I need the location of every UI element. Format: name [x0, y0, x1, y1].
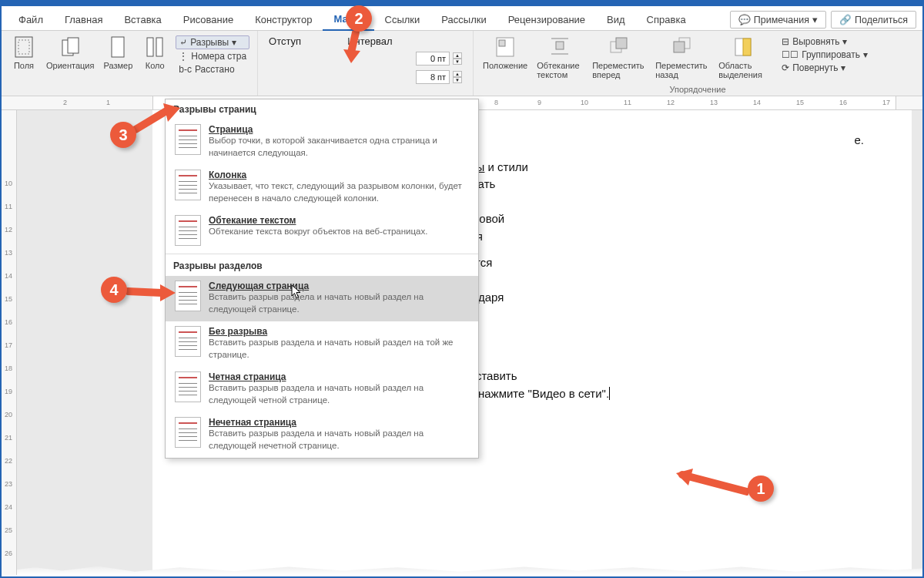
ruler-v-tick: 22: [5, 457, 12, 465]
breaks-button[interactable]: ⤶ Разрывы ▾: [176, 35, 249, 49]
break-text-wrap[interactable]: Обтекание текстомОбтекание текста вокруг…: [166, 210, 478, 252]
doc-text: и стили: [484, 160, 528, 173]
spacing-after-stepper[interactable]: ▲▼: [453, 71, 462, 83]
ruler-h-tick: 1: [106, 99, 110, 106]
ruler-h-tick: 10: [581, 99, 588, 106]
share-icon: 🔗: [839, 14, 852, 25]
svg-rect-1: [18, 40, 29, 54]
comments-label: Примечания: [754, 15, 809, 25]
wrap-text-icon: [549, 35, 571, 59]
align-label: Выровнять: [792, 36, 839, 47]
svg-rect-9: [556, 42, 564, 49]
tab-links[interactable]: Ссылки: [374, 9, 431, 30]
spacing-before-stepper[interactable]: ▲▼: [453, 52, 462, 65]
breaks-icon: ⤶: [179, 37, 187, 48]
chevron-down-icon: ▾: [863, 49, 868, 60]
selection-pane-button[interactable]: Область выделения: [714, 34, 772, 83]
tab-mailings[interactable]: Рассылки: [430, 9, 497, 30]
title-bar: [2, 0, 922, 6]
columns-button[interactable]: Коло: [137, 34, 172, 94]
spacing-before-input[interactable]: 0 пт: [416, 52, 450, 66]
svg-rect-3: [68, 38, 79, 53]
chevron-down-icon: ▾: [232, 37, 236, 48]
orientation-icon: [60, 35, 80, 59]
tab-home[interactable]: Главная: [54, 9, 113, 30]
break-column[interactable]: КолонкаУказывает, что текст, следующий з…: [166, 165, 478, 210]
group-button[interactable]: ☐☐Группировать▾: [778, 49, 871, 61]
position-label: Положение: [483, 61, 527, 70]
break-next-page-title: Следующая страница: [209, 281, 470, 291]
margins-button[interactable]: Поля: [6, 34, 42, 94]
line-numbers-label: Номера стра: [191, 51, 246, 62]
break-next-page[interactable]: Следующая страницаВставить разрыв раздел…: [166, 276, 478, 321]
ruler-h-tick: 16: [839, 99, 847, 106]
tab-review[interactable]: Рецензирование: [497, 9, 596, 30]
group-icon: ☐☐: [782, 49, 798, 60]
send-backward-label: Переместить назад: [655, 61, 709, 79]
ruler-v-tick: 17: [5, 341, 12, 349]
tab-help[interactable]: Справка: [636, 9, 697, 30]
ruler-v-tick: 25: [5, 526, 12, 534]
size-icon: [109, 35, 126, 59]
arrange-group-label: Упорядочение: [478, 83, 917, 94]
tab-insert[interactable]: Вставка: [113, 9, 172, 30]
position-button[interactable]: Положение: [478, 34, 532, 83]
break-continuous-desc: Вставить разрыв раздела и начать новый р…: [209, 337, 470, 361]
ruler-v-tick: 20: [5, 411, 12, 418]
hyphenation-icon: b-c: [179, 64, 192, 75]
group-arrange: Положение Обтекание текстом Переместить …: [474, 31, 922, 96]
break-column-icon: [175, 170, 201, 200]
bring-forward-button[interactable]: Переместить вперед: [588, 34, 651, 83]
ruler-vertical[interactable]: 1011121314151617181920212223242526: [2, 110, 17, 575]
break-page[interactable]: СтраницаВыбор точки, в которой заканчива…: [166, 119, 478, 165]
ruler-v-tick: 24: [5, 503, 12, 511]
spacing-after-input[interactable]: 8 пт: [416, 70, 450, 84]
ruler-h-tick: 12: [667, 99, 675, 106]
send-backward-button[interactable]: Переместить назад: [651, 34, 714, 83]
tab-design[interactable]: Конструктор: [244, 9, 323, 30]
break-text-wrap-title: Обтекание текстом: [209, 215, 427, 226]
line-numbers-icon: ⋮: [179, 51, 188, 62]
rotate-button[interactable]: ⟳Повернуть▾: [778, 62, 871, 74]
ruler-h-tick: 14: [753, 99, 761, 106]
bring-forward-label: Переместить вперед: [592, 61, 646, 79]
breaks-label: Разрывы: [190, 37, 229, 48]
align-button[interactable]: ⊟Выровнять▾: [778, 35, 871, 48]
margins-icon: [14, 35, 34, 59]
ruler-v-tick: 11: [5, 203, 12, 210]
svg-rect-13: [616, 38, 627, 49]
comments-button[interactable]: 💬 Примечания ▾: [730, 11, 826, 29]
svg-rect-0: [15, 37, 32, 57]
ruler-v-tick: 21: [5, 434, 12, 442]
ruler-h-tick: 13: [710, 99, 718, 106]
tab-view[interactable]: Вид: [596, 9, 636, 30]
ruler-v-tick: 26: [5, 549, 12, 557]
chevron-down-icon: ▾: [812, 14, 818, 25]
share-button[interactable]: 🔗 Поделиться: [831, 11, 916, 29]
break-odd-page-desc: Вставить разрыв раздела и начать новый р…: [209, 428, 470, 452]
hyphenation-label: Расстано: [195, 64, 235, 75]
ruler-h-tick: 17: [882, 99, 890, 106]
hyphenation-button[interactable]: b-c Расстано: [176, 63, 249, 76]
ruler-v-tick: 13: [5, 249, 12, 257]
comment-icon: 💬: [738, 14, 751, 25]
break-odd-page-icon: [175, 417, 201, 448]
break-odd-page[interactable]: Нечетная страницаВставить разрыв раздела…: [166, 412, 478, 458]
wrap-text-button[interactable]: Обтекание текстом: [532, 34, 588, 83]
break-continuous[interactable]: Без разрываВставить разрыв раздела и нач…: [166, 321, 478, 367]
ribbon-tabs: Файл Главная Вставка Рисование Конструкт…: [2, 6, 922, 31]
size-button[interactable]: Размер: [99, 34, 137, 94]
tab-draw[interactable]: Рисование: [172, 9, 244, 30]
break-column-title: Колонка: [209, 170, 470, 180]
annotation-arrow-3: [132, 103, 182, 134]
line-numbers-button[interactable]: ⋮ Номера стра: [176, 50, 249, 62]
svg-rect-6: [156, 38, 162, 56]
orientation-button[interactable]: Ориентация: [42, 34, 99, 94]
break-text-wrap-icon: [175, 215, 201, 246]
svg-rect-17: [743, 39, 751, 55]
tab-file[interactable]: Файл: [8, 9, 54, 30]
annotation-arrow-4: [126, 284, 177, 302]
break-even-page[interactable]: Четная страницаВставить разрыв раздела и…: [166, 367, 478, 412]
ruler-v-tick: 18: [5, 365, 12, 372]
ruler-v-tick: 16: [5, 318, 12, 326]
